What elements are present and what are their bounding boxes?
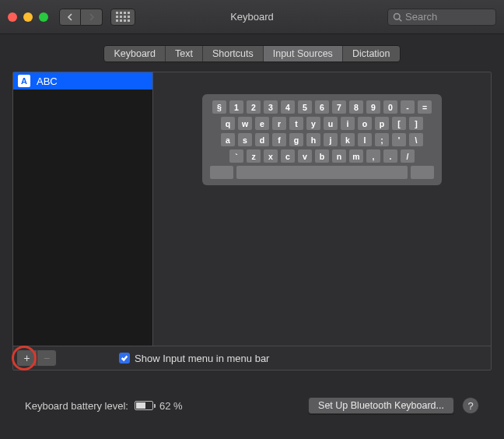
close-window-button[interactable] bbox=[8, 12, 17, 22]
key: h bbox=[306, 133, 320, 146]
checkmark-icon bbox=[121, 354, 128, 362]
remove-source-button[interactable]: − bbox=[37, 349, 57, 367]
panel-footer: + − Show Input menu in menu bar bbox=[13, 346, 491, 370]
svg-line-1 bbox=[399, 19, 401, 21]
footer: Keyboard battery level: 62 % Set Up Blue… bbox=[12, 397, 492, 414]
source-item[interactable]: AABC bbox=[13, 72, 152, 90]
key: x bbox=[264, 149, 278, 163]
tab-input-sources[interactable]: Input Sources bbox=[264, 46, 343, 61]
grid-icon bbox=[116, 12, 130, 22]
search-icon bbox=[393, 12, 402, 22]
key: . bbox=[383, 149, 397, 163]
forward-button[interactable] bbox=[81, 9, 103, 26]
key: 1 bbox=[229, 100, 243, 114]
battery-label: Keyboard battery level: bbox=[25, 400, 128, 412]
key: f bbox=[272, 133, 286, 146]
key: ` bbox=[229, 149, 243, 163]
zoom-window-button[interactable] bbox=[39, 12, 48, 22]
key: 2 bbox=[247, 100, 261, 114]
key: / bbox=[401, 149, 415, 163]
keyboard-row bbox=[210, 166, 434, 179]
tab-bar: KeyboardTextShortcutsInput SourcesDictat… bbox=[12, 45, 492, 62]
keyboard-preview-area: §1234567890-=qwertyuiop[]asdfghjkl;'\`zx… bbox=[153, 72, 491, 346]
spacebar-key bbox=[236, 166, 408, 179]
tab-shortcuts[interactable]: Shortcuts bbox=[203, 46, 264, 61]
input-source-icon: A bbox=[18, 75, 30, 87]
key: 7 bbox=[332, 100, 346, 114]
key: - bbox=[401, 100, 415, 114]
key: e bbox=[255, 117, 269, 130]
key: l bbox=[358, 133, 372, 146]
tab-text[interactable]: Text bbox=[166, 46, 203, 61]
show-all-button[interactable] bbox=[110, 9, 135, 26]
key: y bbox=[306, 117, 320, 130]
key: ] bbox=[409, 117, 423, 130]
content: KeyboardTextShortcutsInput SourcesDictat… bbox=[0, 34, 504, 414]
search-field[interactable]: Search bbox=[387, 9, 496, 26]
key: u bbox=[324, 117, 338, 130]
battery-percent: 62 % bbox=[159, 400, 183, 412]
show-input-menu-checkbox[interactable] bbox=[119, 353, 130, 363]
keyboard-preview: §1234567890-=qwertyuiop[]asdfghjkl;'\`zx… bbox=[202, 94, 442, 185]
key: n bbox=[332, 149, 346, 163]
key: m bbox=[349, 149, 363, 163]
key: k bbox=[341, 133, 355, 146]
key: p bbox=[375, 117, 389, 130]
key: 3 bbox=[264, 100, 278, 114]
key: i bbox=[341, 117, 355, 130]
minimize-window-button[interactable] bbox=[23, 12, 33, 22]
setup-bluetooth-keyboard-button[interactable]: Set Up Bluetooth Keyboard... bbox=[308, 397, 454, 414]
key: r bbox=[272, 117, 286, 130]
key: ; bbox=[375, 133, 389, 146]
key: 4 bbox=[281, 100, 295, 114]
sources-list[interactable]: AABC bbox=[13, 72, 153, 346]
keyboard-row: qwertyuiop[] bbox=[210, 117, 434, 130]
key: g bbox=[289, 133, 303, 146]
source-label: ABC bbox=[37, 76, 58, 87]
key: ' bbox=[392, 133, 406, 146]
key: 6 bbox=[315, 100, 329, 114]
key: c bbox=[281, 149, 295, 163]
key: d bbox=[255, 133, 269, 146]
key: [ bbox=[392, 117, 406, 130]
input-sources-panel: AABC §1234567890-=qwertyuiop[]asdfghjkl;… bbox=[12, 72, 492, 371]
key: q bbox=[221, 117, 235, 130]
back-button[interactable] bbox=[59, 9, 81, 26]
key: 0 bbox=[383, 100, 397, 114]
tab-dictation[interactable]: Dictation bbox=[343, 46, 400, 61]
nav-group bbox=[59, 9, 103, 26]
battery-icon bbox=[135, 401, 153, 410]
key: v bbox=[298, 149, 312, 163]
key: 8 bbox=[349, 100, 363, 114]
key: j bbox=[324, 133, 338, 146]
key: \ bbox=[409, 133, 423, 146]
key: b bbox=[315, 149, 329, 163]
key: w bbox=[238, 117, 252, 130]
key: , bbox=[366, 149, 380, 163]
keyboard-row: `zxcvbnm,./ bbox=[210, 149, 434, 163]
svg-point-0 bbox=[394, 13, 401, 19]
key: s bbox=[238, 133, 252, 146]
keyboard-row: §1234567890-= bbox=[210, 100, 434, 114]
key bbox=[411, 166, 434, 179]
key bbox=[210, 166, 233, 179]
window-controls bbox=[8, 12, 48, 22]
key: = bbox=[418, 100, 432, 114]
search-placeholder: Search bbox=[405, 11, 437, 23]
add-source-button[interactable]: + bbox=[16, 349, 37, 367]
key: t bbox=[289, 117, 303, 130]
keyboard-row: asdfghjkl;'\ bbox=[210, 133, 434, 146]
key: 5 bbox=[298, 100, 312, 114]
key: 9 bbox=[366, 100, 380, 114]
key: z bbox=[247, 149, 261, 163]
key: a bbox=[221, 133, 235, 146]
key: o bbox=[358, 117, 372, 130]
tab-keyboard[interactable]: Keyboard bbox=[104, 46, 166, 61]
key: § bbox=[212, 100, 226, 114]
titlebar: Keyboard Search bbox=[0, 0, 504, 34]
help-button[interactable]: ? bbox=[462, 397, 479, 414]
show-input-menu-label: Show Input menu in menu bar bbox=[135, 353, 269, 364]
